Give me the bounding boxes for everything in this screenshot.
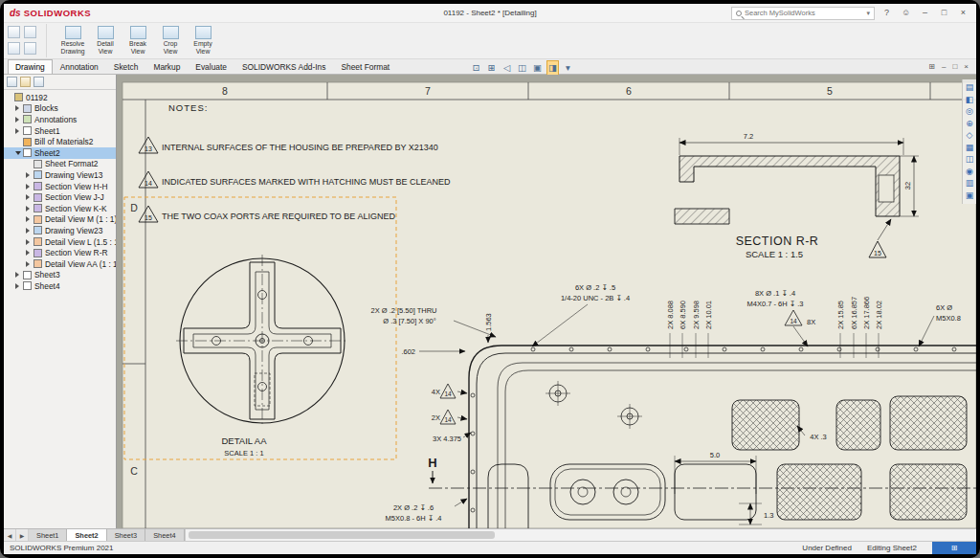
ordinate-dim-1[interactable]: 2X 8.088 <box>666 301 675 329</box>
section-rr-scale[interactable]: SCALE 1 : 1.5 <box>746 249 803 259</box>
note-text-14[interactable]: INDICATED SURFACES MARKED WITH HATCHING … <box>162 177 451 187</box>
options-icon[interactable]: ▣ <box>966 191 974 200</box>
hide-items-icon[interactable]: ◨ <box>546 60 559 76</box>
ordinate-dim-2[interactable]: 6X 8.590 <box>679 301 687 329</box>
help-button[interactable]: ? <box>880 6 894 20</box>
detail-aa-scale[interactable]: SCALE 1 : 1 <box>224 449 263 458</box>
doc-grid-icon[interactable]: ⊞ <box>928 60 935 74</box>
zoom-in-icon[interactable]: ⊕ <box>966 120 973 128</box>
sheet-tab-sheet3[interactable]: Sheet3 <box>107 529 145 541</box>
ordinate-dim-8[interactable]: 2X 18.02 <box>875 301 883 329</box>
resolve-drawing-button[interactable]: Resolve Drawing <box>57 24 88 57</box>
scrollbar-thumb[interactable] <box>189 531 495 539</box>
search-box[interactable]: ▾ <box>731 7 875 20</box>
dim-50[interactable]: 5.0 <box>710 451 720 459</box>
detail-view-button[interactable]: Detail View <box>90 24 121 57</box>
doc-restore-icon[interactable]: □ <box>952 60 957 74</box>
sheet-tab-sheet4[interactable]: Sheet4 <box>145 529 184 541</box>
scene-icon[interactable]: ◫ <box>966 155 974 164</box>
ordinate-dim-7[interactable]: 2X 17.866 <box>862 297 871 329</box>
detail-aa-title[interactable]: DETAIL AA <box>222 435 268 446</box>
drawing-canvas[interactable]: 8 7 6 5 D C NOTES: 13 <box>117 75 976 528</box>
expand-arrow-icon[interactable] <box>15 272 23 278</box>
zoom-fit-icon[interactable]: ⊡ <box>470 61 482 75</box>
callout-bot-line2[interactable]: M5X0.8 - 6H ↧ .4 <box>386 514 442 523</box>
flag-4x-qty[interactable]: 4X <box>432 388 440 396</box>
callout-thru-line1[interactable]: 2X Ø .2 [5.50] THRU <box>370 306 436 315</box>
dim-4375[interactable]: 3X 4.375 <box>433 435 461 443</box>
expand-arrow-icon[interactable] <box>26 206 33 212</box>
status-panel-icon[interactable]: ⊞ <box>932 542 976 554</box>
note-text-13[interactable]: INTERNAL SURFACES OF THE HOUSING BE PREP… <box>162 143 438 152</box>
tree-item-section-view-hh[interactable]: Section View H-H <box>4 181 116 192</box>
flag-2x-num[interactable]: 14 <box>444 416 452 423</box>
previous-view-icon[interactable]: ◁ <box>501 61 513 75</box>
camera-icon[interactable]: ◉ <box>966 167 973 176</box>
dim-1563[interactable]: 1.563 <box>484 313 493 331</box>
tab-drawing[interactable]: Drawing <box>8 59 53 74</box>
callout-thru-line2[interactable]: Ø .3 [7.50] X 90° <box>383 317 436 325</box>
tab-sketch[interactable]: Sketch <box>106 59 146 74</box>
display-style-icon[interactable]: ◧ <box>966 96 974 104</box>
tree-item-drawing-view23[interactable]: Drawing View23 <box>4 225 116 236</box>
expand-arrow-icon[interactable] <box>15 283 23 289</box>
doc-close-icon[interactable]: × <box>964 60 969 74</box>
horizontal-scrollbar[interactable] <box>185 529 976 541</box>
sheet-prev-icon[interactable]: ◀ <box>4 529 16 541</box>
restore-button[interactable]: □ <box>937 6 951 20</box>
tree-item-blocks[interactable]: Blocks <box>4 103 116 115</box>
save-icon[interactable] <box>8 42 20 55</box>
sheet-next-icon[interactable]: ▶ <box>16 529 29 541</box>
user-button[interactable]: ☺ <box>899 6 913 20</box>
new-document-icon[interactable] <box>8 26 20 38</box>
dim-13[interactable]: 1.3 <box>764 511 773 520</box>
sheet-tab-sheet1[interactable]: Sheet1 <box>29 529 67 541</box>
flag-8x-qty[interactable]: 8X <box>807 318 815 326</box>
note-text-15[interactable]: THE TWO COAX PORTS ARE REQUIRED TO BE AL… <box>162 212 395 221</box>
tab-markup[interactable]: Markup <box>145 59 188 74</box>
open-document-icon[interactable] <box>24 26 36 38</box>
tab-annotation[interactable]: Annotation <box>53 59 106 74</box>
tab-solidworks-add-ins[interactable]: SOLIDWORKS Add-Ins <box>234 59 334 74</box>
tree-item-section-view-kk[interactable]: Section View K-K <box>4 203 116 214</box>
flag-8x-num[interactable]: 14 <box>790 318 797 324</box>
tab-evaluate[interactable]: Evaluate <box>188 59 234 74</box>
tree-item-sheet-format2[interactable]: Sheet Format2 <box>4 159 116 170</box>
view-palette-icon[interactable]: ▤ <box>966 83 974 92</box>
expand-arrow-icon[interactable] <box>26 239 33 245</box>
callout-6x-line1[interactable]: 6X Ø .2 ↧ .5 <box>575 283 615 292</box>
tree-item-sheet3[interactable]: Sheet3 <box>4 270 116 281</box>
section-note-flag[interactable]: 15 <box>874 250 881 257</box>
configurationmanager-tab-icon[interactable] <box>33 77 44 87</box>
expand-arrow-icon[interactable] <box>26 194 33 200</box>
dim-4x3[interactable]: 4X .3 <box>810 433 827 441</box>
minimize-button[interactable]: – <box>918 6 932 20</box>
section-rr-title[interactable]: SECTION R-R <box>736 234 819 248</box>
section-letter-h[interactable]: H <box>428 456 436 470</box>
doc-minimize-icon[interactable]: – <box>942 60 946 74</box>
zoom-area-icon[interactable]: ⊞ <box>485 61 498 75</box>
flag-4x-num[interactable]: 14 <box>444 391 452 397</box>
tree-item-annotations[interactable]: Annotations <box>4 114 116 125</box>
dim-602[interactable]: .602 <box>401 347 415 356</box>
propertymanager-tab-icon[interactable] <box>20 77 31 87</box>
tree-item-detail-view-m[interactable]: Detail View M (1 : 1) <box>4 214 116 226</box>
break-view-button[interactable]: Break View <box>122 24 153 57</box>
close-button[interactable]: × <box>956 6 970 20</box>
section-width-dim[interactable]: 7.2 <box>744 132 753 141</box>
section-height-dim[interactable]: 32 <box>903 182 912 190</box>
expand-arrow-icon[interactable] <box>15 117 23 123</box>
print-icon[interactable] <box>24 42 36 55</box>
tree-item-sheet4[interactable]: Sheet4 <box>4 280 116 292</box>
appearance-icon[interactable]: ▦ <box>966 144 974 152</box>
hide-show-icon[interactable]: ◎ <box>966 107 973 116</box>
ordinate-dim-4[interactable]: 2X 10.01 <box>704 301 713 329</box>
collapse-arrow-icon[interactable] <box>15 151 23 155</box>
tree-item-drawing-view13[interactable]: Drawing View13 <box>4 169 116 181</box>
empty-view-button[interactable]: Empty View <box>188 24 218 57</box>
callout-8x-line1[interactable]: 8X Ø .1 ↧ .4 <box>755 289 795 298</box>
crop-view-button[interactable]: Crop View <box>155 24 186 57</box>
tab-sheet-format[interactable]: Sheet Format <box>333 59 397 74</box>
tree-item-root[interactable]: 01192 <box>4 92 116 103</box>
expand-arrow-icon[interactable] <box>15 105 23 111</box>
